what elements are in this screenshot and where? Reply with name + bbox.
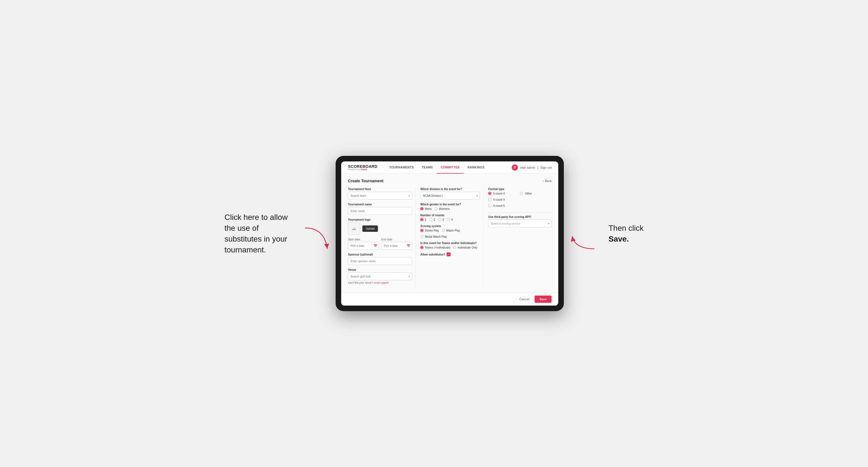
sponsor-input[interactable] [348, 257, 412, 265]
division-select[interactable]: NCAA Division I [420, 192, 480, 199]
start-date-group: Start date 📅 [348, 238, 379, 250]
save-button[interactable]: Save [535, 295, 552, 303]
radio-medal-dot [420, 235, 424, 238]
form-footer: Cancel Save [341, 292, 558, 306]
format-group: Format type 5 count 4 Other [488, 188, 552, 209]
teams-label: Is this event for Teams and/or Individua… [420, 242, 480, 245]
right-annotation: Then click Save. [608, 223, 643, 244]
logo-placeholder: ⛰ [348, 222, 360, 235]
sponsor-label: Sponsor (optional) [348, 253, 412, 256]
venue-group: Venue Can't find your venue? email suppo… [348, 268, 412, 284]
individuals-only[interactable]: Individuals Only [453, 246, 477, 249]
start-date-wrapper: 📅 [348, 242, 379, 250]
rounds-label: Number of rounds [420, 214, 480, 217]
tablet-screen: SCOREBOARD Powered by clippd TOURNAMENTS… [341, 161, 558, 306]
left-annotation: Click here to allow the use of substitut… [224, 212, 291, 255]
gender-womens[interactable]: Womens [434, 207, 450, 210]
date-row: Start date 📅 End date 📅 [348, 238, 412, 250]
left-annotation-text: Click here to allow the use of substitut… [224, 213, 287, 254]
rounds-4[interactable]: 4 [447, 218, 453, 221]
gender-mens[interactable]: Mens [420, 207, 431, 210]
end-date-wrapper: 📅 [381, 242, 412, 250]
nav-right: B blair admin | Sign out [512, 164, 552, 170]
cancel-button[interactable]: Cancel [517, 296, 532, 303]
gender-label: Which gender is the event for? [420, 203, 480, 206]
format-6count5[interactable]: 6 count 5 [488, 204, 520, 207]
scoring-service-wrapper: Select a scoring service [488, 220, 552, 227]
nav-links: TOURNAMENTS TEAMS COMMITTEE RANKINGS [385, 161, 512, 174]
tournament-logo-group: Tournament logo ⛰ Upload [348, 218, 412, 235]
sponsor-group: Sponsor (optional) [348, 253, 412, 265]
rounds-3[interactable]: 3 [438, 218, 444, 221]
substitutes-item: Allow substitutes? ✓ [420, 252, 480, 256]
tablet-frame: SCOREBOARD Powered by clippd TOURNAMENTS… [336, 156, 564, 311]
nav-committee[interactable]: COMMITTEE [437, 161, 464, 174]
scoring-stroke[interactable]: Stroke Play [420, 229, 439, 232]
sign-out-link[interactable]: Sign out [540, 166, 552, 169]
logo-scoreboard: SCOREBOARD [348, 164, 377, 168]
radio-teams-dot [420, 246, 424, 249]
form-col-3: Format type 5 count 4 Other [484, 188, 552, 287]
tournament-host-label: Tournament Host [348, 188, 412, 191]
division-label: Which division is the event for? [420, 188, 480, 191]
page-header: Create Tournament ‹ Back [348, 179, 552, 183]
teams-plus-individuals[interactable]: Teams (+Individuals) [420, 246, 450, 249]
logo-area: SCOREBOARD Powered by clippd [348, 164, 377, 170]
division-group: Which division is the event for? NCAA Di… [420, 188, 480, 199]
form-grid: Tournament Host Tournament name Tourname… [348, 188, 552, 287]
left-arrow-indicator [302, 206, 330, 261]
substitutes-checkbox[interactable]: ✓ [447, 252, 451, 256]
scoring-label: Scoring system [420, 225, 480, 228]
nav-tournaments[interactable]: TOURNAMENTS [385, 161, 418, 174]
avatar: B [512, 164, 518, 170]
page-title: Create Tournament [348, 179, 383, 183]
email-support-link[interactable]: email support [374, 281, 389, 284]
outer-wrapper: Click here to allow the use of substitut… [11, 156, 857, 311]
scoring-medal-match[interactable]: Medal Match Play [420, 235, 447, 238]
rounds-1[interactable]: 1 [420, 218, 426, 221]
format-label: Format type [488, 188, 552, 191]
calendar-icon-end: 📅 [407, 244, 410, 248]
radio-mens-dot [420, 207, 424, 210]
tournament-host-input[interactable] [348, 192, 412, 199]
teams-radio-group: Teams (+Individuals) Individuals Only [420, 246, 480, 249]
back-link[interactable]: ‹ Back [543, 179, 552, 183]
upload-button[interactable]: Upload [362, 225, 378, 232]
format-5count4[interactable]: 5 count 4 [488, 192, 520, 195]
scoring-group: Scoring system Stroke Play Match Play [420, 225, 480, 238]
rounds-2[interactable]: 2 [429, 218, 435, 221]
page-content: Create Tournament ‹ Back Tournament Host [341, 174, 558, 292]
format-options-grid: 5 count 4 Other 6 count 4 [488, 192, 552, 209]
logo-clippd: clippd [361, 168, 367, 170]
divider [488, 212, 552, 213]
scoring-match[interactable]: Match Play [442, 229, 460, 232]
radio-r2-dot [429, 218, 432, 221]
nav-teams[interactable]: TEAMS [418, 161, 437, 174]
radio-6c4-dot [488, 198, 492, 201]
tournament-name-group: Tournament name [348, 203, 412, 215]
radio-other-dot [520, 192, 523, 195]
radio-r4-dot [447, 218, 450, 221]
tournament-host-group: Tournament Host [348, 188, 412, 199]
format-6count4[interactable]: 6 count 4 [488, 198, 520, 201]
form-col-1: Tournament Host Tournament name Tourname… [348, 188, 416, 287]
rounds-group: Number of rounds 1 2 [420, 214, 480, 221]
radio-6c5-dot [488, 204, 492, 207]
rounds-radio-group: 1 2 3 [420, 218, 480, 221]
nav-rankings[interactable]: RANKINGS [464, 161, 488, 174]
format-other[interactable]: Other [520, 192, 552, 195]
right-arrow-indicator [569, 206, 597, 261]
venue-help: Can't find your venue? email support [348, 281, 412, 284]
substitutes-label: Allow substitutes? [420, 253, 445, 256]
tournament-name-label: Tournament name [348, 203, 412, 206]
radio-womens-dot [434, 207, 438, 210]
user-name: blair admin [520, 166, 535, 169]
radio-r3-dot [438, 218, 441, 221]
scoring-radio-group: Stroke Play Match Play Medal Match Play [420, 229, 480, 238]
venue-input[interactable] [348, 273, 412, 280]
tournament-logo-label: Tournament logo [348, 218, 412, 221]
end-date-label: End date [381, 238, 412, 241]
gender-radio-group: Mens Womens [420, 207, 480, 210]
scoring-service-select[interactable]: Select a scoring service [488, 220, 552, 227]
tournament-name-input[interactable] [348, 207, 412, 215]
